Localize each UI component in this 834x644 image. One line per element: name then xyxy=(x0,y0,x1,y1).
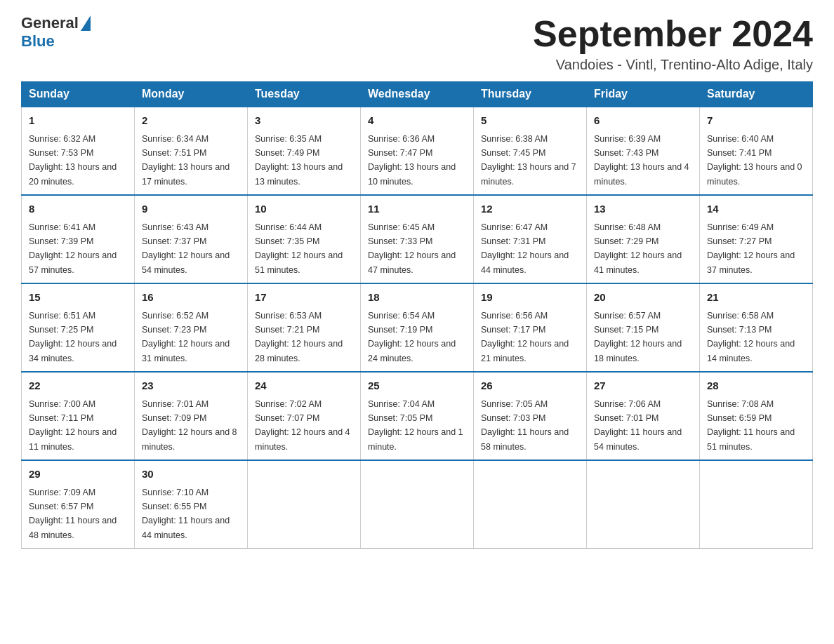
table-row: 21 Sunrise: 6:58 AMSunset: 7:13 PMDaylig… xyxy=(700,283,813,372)
table-row: 7 Sunrise: 6:40 AMSunset: 7:41 PMDayligh… xyxy=(700,107,813,195)
day-info: Sunrise: 6:52 AMSunset: 7:23 PMDaylight:… xyxy=(142,311,230,363)
day-info: Sunrise: 6:45 AMSunset: 7:33 PMDaylight:… xyxy=(368,222,456,275)
table-row: 28 Sunrise: 7:08 AMSunset: 6:59 PMDaylig… xyxy=(700,372,813,460)
days-header-row: Sunday Monday Tuesday Wednesday Thursday… xyxy=(22,82,813,107)
header-monday: Monday xyxy=(135,82,248,107)
day-number: 7 xyxy=(707,113,805,129)
day-number: 8 xyxy=(29,201,127,217)
table-row: 1 Sunrise: 6:32 AMSunset: 7:53 PMDayligh… xyxy=(22,107,135,195)
title-block: September 2024 Vandoies - Vintl, Trentin… xyxy=(533,14,813,73)
table-row: 25 Sunrise: 7:04 AMSunset: 7:05 PMDaylig… xyxy=(361,372,474,460)
table-row: 23 Sunrise: 7:01 AMSunset: 7:09 PMDaylig… xyxy=(135,372,248,460)
table-row: 2 Sunrise: 6:34 AMSunset: 7:51 PMDayligh… xyxy=(135,107,248,195)
day-info: Sunrise: 6:39 AMSunset: 7:43 PMDaylight:… xyxy=(594,134,689,187)
day-info: Sunrise: 7:08 AMSunset: 6:59 PMDaylight:… xyxy=(707,399,795,452)
table-row: 14 Sunrise: 6:49 AMSunset: 7:27 PMDaylig… xyxy=(700,195,813,283)
day-info: Sunrise: 7:10 AMSunset: 6:55 PMDaylight:… xyxy=(142,488,230,540)
table-row: 10 Sunrise: 6:44 AMSunset: 7:35 PMDaylig… xyxy=(248,195,361,283)
table-row xyxy=(361,460,474,549)
month-title: September 2024 xyxy=(533,14,813,54)
table-row: 22 Sunrise: 7:00 AMSunset: 7:11 PMDaylig… xyxy=(22,372,135,460)
day-info: Sunrise: 6:36 AMSunset: 7:47 PMDaylight:… xyxy=(368,134,456,187)
day-number: 26 xyxy=(481,378,579,394)
day-info: Sunrise: 7:01 AMSunset: 7:09 PMDaylight:… xyxy=(142,399,237,452)
day-number: 13 xyxy=(594,201,692,217)
day-number: 5 xyxy=(481,113,579,129)
day-number: 18 xyxy=(368,290,466,306)
table-row: 9 Sunrise: 6:43 AMSunset: 7:37 PMDayligh… xyxy=(135,195,248,283)
table-row xyxy=(700,460,813,549)
day-info: Sunrise: 7:04 AMSunset: 7:05 PMDaylight:… xyxy=(368,399,463,452)
day-number: 1 xyxy=(29,113,127,129)
calendar-week-row: 15 Sunrise: 6:51 AMSunset: 7:25 PMDaylig… xyxy=(22,283,813,372)
day-number: 23 xyxy=(142,378,240,394)
table-row: 24 Sunrise: 7:02 AMSunset: 7:07 PMDaylig… xyxy=(248,372,361,460)
calendar-week-row: 22 Sunrise: 7:00 AMSunset: 7:11 PMDaylig… xyxy=(22,372,813,460)
header-saturday: Saturday xyxy=(700,82,813,107)
table-row: 11 Sunrise: 6:45 AMSunset: 7:33 PMDaylig… xyxy=(361,195,474,283)
header-thursday: Thursday xyxy=(474,82,587,107)
day-info: Sunrise: 6:43 AMSunset: 7:37 PMDaylight:… xyxy=(142,222,230,275)
day-info: Sunrise: 6:44 AMSunset: 7:35 PMDaylight:… xyxy=(255,222,343,275)
day-number: 12 xyxy=(481,201,579,217)
table-row: 29 Sunrise: 7:09 AMSunset: 6:57 PMDaylig… xyxy=(22,460,135,549)
header-wednesday: Wednesday xyxy=(361,82,474,107)
table-row: 12 Sunrise: 6:47 AMSunset: 7:31 PMDaylig… xyxy=(474,195,587,283)
calendar-week-row: 8 Sunrise: 6:41 AMSunset: 7:39 PMDayligh… xyxy=(22,195,813,283)
logo-general-text: General xyxy=(21,14,79,32)
page-header: General Blue September 2024 Vandoies - V… xyxy=(21,14,813,73)
day-info: Sunrise: 6:34 AMSunset: 7:51 PMDaylight:… xyxy=(142,134,230,187)
table-row: 20 Sunrise: 6:57 AMSunset: 7:15 PMDaylig… xyxy=(587,283,700,372)
table-row: 27 Sunrise: 7:06 AMSunset: 7:01 PMDaylig… xyxy=(587,372,700,460)
table-row: 15 Sunrise: 6:51 AMSunset: 7:25 PMDaylig… xyxy=(22,283,135,372)
day-info: Sunrise: 7:09 AMSunset: 6:57 PMDaylight:… xyxy=(29,488,117,540)
day-number: 10 xyxy=(255,201,353,217)
day-number: 2 xyxy=(142,113,240,129)
table-row: 16 Sunrise: 6:52 AMSunset: 7:23 PMDaylig… xyxy=(135,283,248,372)
day-number: 29 xyxy=(29,467,127,483)
day-number: 11 xyxy=(368,201,466,217)
day-number: 14 xyxy=(707,201,805,217)
table-row: 4 Sunrise: 6:36 AMSunset: 7:47 PMDayligh… xyxy=(361,107,474,195)
day-info: Sunrise: 6:57 AMSunset: 7:15 PMDaylight:… xyxy=(594,311,682,363)
day-number: 21 xyxy=(707,290,805,306)
calendar-table: Sunday Monday Tuesday Wednesday Thursday… xyxy=(21,81,813,549)
logo-triangle-icon xyxy=(81,15,91,31)
day-number: 9 xyxy=(142,201,240,217)
header-sunday: Sunday xyxy=(22,82,135,107)
header-friday: Friday xyxy=(587,82,700,107)
logo-blue-text: Blue xyxy=(21,32,55,51)
table-row: 5 Sunrise: 6:38 AMSunset: 7:45 PMDayligh… xyxy=(474,107,587,195)
table-row: 30 Sunrise: 7:10 AMSunset: 6:55 PMDaylig… xyxy=(135,460,248,549)
table-row: 18 Sunrise: 6:54 AMSunset: 7:19 PMDaylig… xyxy=(361,283,474,372)
day-number: 24 xyxy=(255,378,353,394)
logo: General Blue xyxy=(21,14,91,51)
day-number: 6 xyxy=(594,113,692,129)
day-info: Sunrise: 6:51 AMSunset: 7:25 PMDaylight:… xyxy=(29,311,117,363)
day-info: Sunrise: 6:38 AMSunset: 7:45 PMDaylight:… xyxy=(481,134,576,187)
day-number: 16 xyxy=(142,290,240,306)
table-row xyxy=(474,460,587,549)
day-number: 20 xyxy=(594,290,692,306)
table-row: 8 Sunrise: 6:41 AMSunset: 7:39 PMDayligh… xyxy=(22,195,135,283)
day-number: 3 xyxy=(255,113,353,129)
day-number: 30 xyxy=(142,467,240,483)
day-info: Sunrise: 6:53 AMSunset: 7:21 PMDaylight:… xyxy=(255,311,343,363)
day-info: Sunrise: 6:41 AMSunset: 7:39 PMDaylight:… xyxy=(29,222,117,275)
location-subtitle: Vandoies - Vintl, Trentino-Alto Adige, I… xyxy=(533,57,813,73)
table-row xyxy=(248,460,361,549)
day-info: Sunrise: 6:58 AMSunset: 7:13 PMDaylight:… xyxy=(707,311,795,363)
day-info: Sunrise: 6:40 AMSunset: 7:41 PMDaylight:… xyxy=(707,134,802,187)
day-info: Sunrise: 6:56 AMSunset: 7:17 PMDaylight:… xyxy=(481,311,569,363)
day-info: Sunrise: 7:05 AMSunset: 7:03 PMDaylight:… xyxy=(481,399,569,452)
table-row: 26 Sunrise: 7:05 AMSunset: 7:03 PMDaylig… xyxy=(474,372,587,460)
day-number: 25 xyxy=(368,378,466,394)
table-row xyxy=(587,460,700,549)
day-info: Sunrise: 6:48 AMSunset: 7:29 PMDaylight:… xyxy=(594,222,682,275)
day-info: Sunrise: 6:49 AMSunset: 7:27 PMDaylight:… xyxy=(707,222,795,275)
day-info: Sunrise: 7:00 AMSunset: 7:11 PMDaylight:… xyxy=(29,399,117,452)
day-number: 28 xyxy=(707,378,805,394)
calendar-week-row: 29 Sunrise: 7:09 AMSunset: 6:57 PMDaylig… xyxy=(22,460,813,549)
day-number: 15 xyxy=(29,290,127,306)
day-number: 17 xyxy=(255,290,353,306)
